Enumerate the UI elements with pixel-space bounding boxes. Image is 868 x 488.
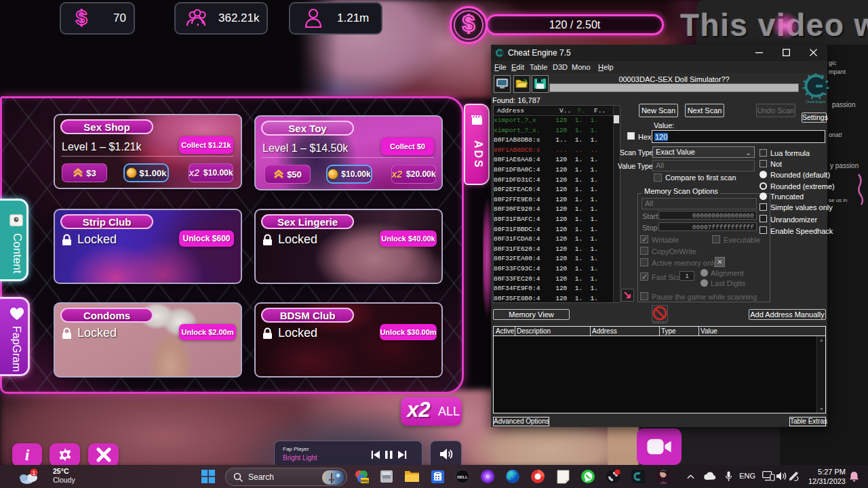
- svg-text:$: $: [76, 7, 87, 28]
- svg-text:PRS: PRS: [361, 479, 369, 483]
- svg-text:Cheat Engine: Cheat Engine: [806, 100, 825, 104]
- svg-text:1: 1: [32, 470, 35, 476]
- svg-text:DELL: DELL: [457, 475, 468, 479]
